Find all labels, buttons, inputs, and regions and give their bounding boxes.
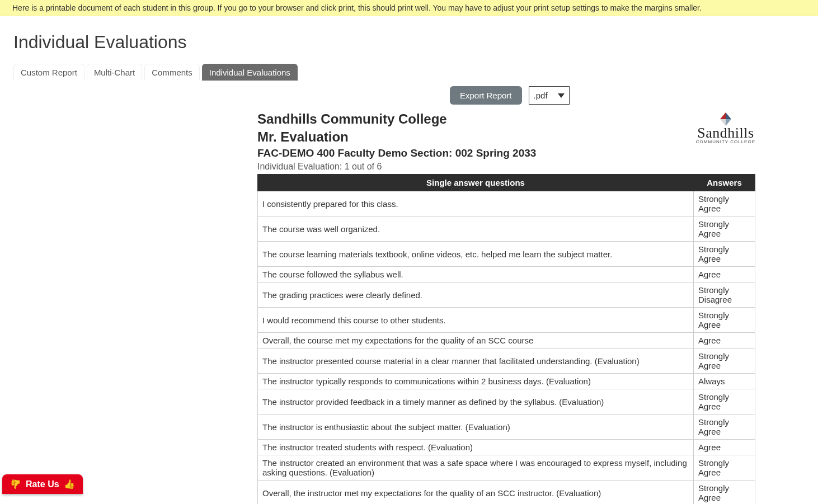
table-row: The instructor presented course material… [258, 348, 755, 374]
answer-cell: Agree [694, 333, 755, 348]
table-row: The instructor is enthusiastic about the… [258, 414, 755, 440]
course-section: FAC-DEMO 400 Faculty Demo Section: 002 S… [257, 147, 755, 159]
export-format-value: .pdf [534, 91, 548, 100]
evaluation-report: Sandhills COMMUNITY COLLEGE Sandhills Co… [257, 111, 755, 504]
single-answer-header-q: Single answer questions [258, 175, 694, 191]
question-cell: The course was well organized. [258, 216, 694, 242]
question-cell: The grading practices were clearly defin… [258, 282, 694, 308]
tab-custom-report[interactable]: Custom Report [13, 64, 84, 81]
table-row: Overall, the instructor met my expectati… [258, 481, 755, 505]
export-format-select[interactable]: .pdf [529, 86, 570, 105]
question-cell: The course learning materials textbook, … [258, 242, 694, 267]
answer-cell: Strongly Agree [694, 389, 755, 414]
rate-us-button[interactable]: 👎 Rate Us 👍 [2, 474, 83, 494]
thumbs-up-icon: 👍 [64, 479, 75, 489]
answer-cell: Strongly Agree [694, 191, 755, 216]
banner-text: Here is a printable document of each stu… [12, 3, 702, 12]
table-row: The instructor treated students with res… [258, 440, 755, 455]
table-row: The course learning materials textbook, … [258, 242, 755, 267]
evaluation-index: Individual Evaluation: 1 out of 6 [257, 162, 755, 172]
single-answer-header-a: Answers [694, 175, 755, 191]
question-cell: Overall, the course met my expectations … [258, 333, 694, 348]
answer-cell: Strongly Disagree [694, 282, 755, 308]
question-cell: The instructor provided feedback in a ti… [258, 389, 694, 414]
question-cell: I would recommend this course to other s… [258, 308, 694, 333]
answer-cell: Always [694, 374, 755, 389]
logo-subtext: COMMUNITY COLLEGE [696, 139, 755, 144]
question-cell: Overall, the instructor met my expectati… [258, 481, 694, 505]
table-row: The grading practices were clearly defin… [258, 282, 755, 308]
rate-us-label: Rate Us [26, 479, 59, 489]
answer-cell: Agree [694, 440, 755, 455]
tab-multi-chart[interactable]: Multi-Chart [87, 64, 142, 81]
answer-cell: Strongly Agree [694, 481, 755, 505]
table-row: The instructor provided feedback in a ti… [258, 389, 755, 414]
tab-comments[interactable]: Comments [144, 64, 200, 81]
question-cell: The course followed the syllabus well. [258, 267, 694, 282]
table-row: The course followed the syllabus well.Ag… [258, 267, 755, 282]
single-answer-table: Single answer questions Answers I consis… [257, 174, 755, 504]
export-report-button[interactable]: Export Report [450, 86, 522, 105]
page-title: Individual Evaluations [13, 32, 805, 53]
answer-cell: Agree [694, 267, 755, 282]
answer-cell: Strongly Agree [694, 414, 755, 440]
answer-cell: Strongly Agree [694, 348, 755, 374]
answer-cell: Strongly Agree [694, 242, 755, 267]
question-cell: The instructor created an environment th… [258, 455, 694, 481]
table-row: I would recommend this course to other s… [258, 308, 755, 333]
tab-individual-evaluations[interactable]: Individual Evaluations [202, 64, 298, 81]
report-header: Sandhills COMMUNITY COLLEGE Sandhills Co… [257, 111, 755, 172]
print-info-banner: Here is a printable document of each stu… [0, 0, 818, 16]
table-row: I consistently prepared for this class.S… [258, 191, 755, 216]
institution-logo: Sandhills COMMUNITY COLLEGE [696, 111, 755, 144]
sandhills-logo-icon [716, 111, 736, 126]
report-tabs: Custom Report Multi-Chart Comments Indiv… [13, 64, 805, 81]
answer-cell: Strongly Agree [694, 308, 755, 333]
instructor-name: Mr. Evaluation [257, 129, 755, 145]
table-row: The instructor typically responds to com… [258, 374, 755, 389]
question-cell: The instructor treated students with res… [258, 440, 694, 455]
question-cell: I consistently prepared for this class. [258, 191, 694, 216]
question-cell: The instructor typically responds to com… [258, 374, 694, 389]
table-row: Overall, the course met my expectations … [258, 333, 755, 348]
table-row: The instructor created an environment th… [258, 455, 755, 481]
table-row: The course was well organized.Strongly A… [258, 216, 755, 242]
thumbs-down-icon: 👎 [10, 479, 21, 489]
question-cell: The instructor presented course material… [258, 348, 694, 374]
answer-cell: Strongly Agree [694, 455, 755, 481]
answer-cell: Strongly Agree [694, 216, 755, 242]
export-controls: Export Report .pdf [13, 86, 805, 105]
institution-name: Sandhills Community College [257, 111, 755, 127]
chevron-down-icon [558, 93, 565, 98]
question-cell: The instructor is enthusiastic about the… [258, 414, 694, 440]
